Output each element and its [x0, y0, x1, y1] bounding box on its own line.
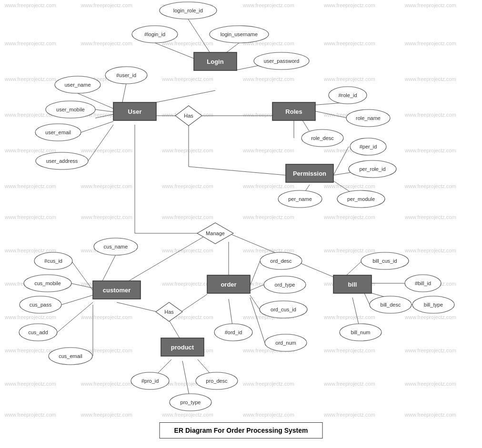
svg-text:bill_type: bill_type [424, 302, 443, 308]
svg-text:www.freeprojectz.com: www.freeprojectz.com [4, 214, 56, 220]
svg-text:www.freeprojectz.com: www.freeprojectz.com [404, 214, 456, 220]
svg-text:www.freeprojectz.com: www.freeprojectz.com [4, 183, 56, 189]
svg-text:per_role_id: per_role_id [359, 166, 385, 172]
svg-text:www.freeprojectz.com: www.freeprojectz.com [404, 76, 456, 82]
svg-text:www.freeprojectz.com: www.freeprojectz.com [161, 214, 213, 220]
diagram-title: ER Diagram For Order Processing System [160, 422, 323, 438]
svg-text:bill_cus_id: bill_cus_id [372, 258, 397, 264]
svg-text:www.freeprojectz.com: www.freeprojectz.com [404, 348, 456, 353]
svg-text:per_module: per_module [347, 196, 375, 202]
svg-text:#cus_id: #cus_id [44, 258, 62, 264]
svg-text:www.freeprojectz.com: www.freeprojectz.com [80, 214, 132, 220]
svg-text:Has: Has [164, 309, 174, 315]
svg-text:role_name: role_name [356, 115, 381, 121]
svg-text:#bill_id: #bill_id [415, 280, 431, 286]
svg-text:cus_mobile: cus_mobile [34, 280, 61, 286]
svg-text:ord_cus_id: ord_cus_id [271, 307, 296, 312]
svg-text:www.freeprojectz.com: www.freeprojectz.com [404, 314, 456, 320]
svg-text:www.freeprojectz.com: www.freeprojectz.com [323, 412, 375, 418]
svg-line-119 [117, 302, 157, 312]
svg-text:www.freeprojectz.com: www.freeprojectz.com [404, 381, 456, 387]
svg-text:#login_id: #login_id [144, 31, 165, 37]
svg-text:cus_pass: cus_pass [30, 302, 52, 308]
svg-text:cus_name: cus_name [104, 244, 128, 249]
title-text: ER Diagram For Order Processing System [174, 427, 308, 434]
svg-text:login_username: login_username [221, 31, 258, 37]
svg-text:www.freeprojectz.com: www.freeprojectz.com [404, 183, 456, 189]
svg-text:Roles: Roles [285, 108, 302, 115]
svg-line-112 [102, 255, 116, 281]
svg-text:www.freeprojectz.com: www.freeprojectz.com [4, 348, 56, 353]
svg-text:login_role_id: login_role_id [173, 8, 203, 13]
svg-text:order: order [221, 281, 236, 288]
svg-text:per_name: per_name [288, 196, 312, 202]
svg-text:Manage: Manage [206, 230, 225, 236]
svg-text:www.freeprojectz.com: www.freeprojectz.com [242, 183, 294, 189]
svg-text:www.freeprojectz.com: www.freeprojectz.com [80, 40, 132, 46]
svg-text:www.freeprojectz.com: www.freeprojectz.com [4, 76, 56, 82]
svg-text:cus_email: cus_email [59, 353, 82, 359]
svg-text:www.freeprojectz.com: www.freeprojectz.com [242, 2, 294, 8]
svg-text:www.freeprojectz.com: www.freeprojectz.com [404, 112, 456, 118]
svg-text:www.freeprojectz.com: www.freeprojectz.com [4, 412, 56, 418]
svg-text:www.freeprojectz.com: www.freeprojectz.com [242, 214, 294, 220]
svg-text:www.freeprojectz.com: www.freeprojectz.com [80, 412, 132, 418]
svg-text:customer: customer [103, 287, 131, 294]
svg-text:www.freeprojectz.com: www.freeprojectz.com [323, 2, 375, 8]
svg-text:#per_id: #per_id [360, 144, 377, 149]
svg-text:ord_desc: ord_desc [270, 258, 292, 264]
svg-text:www.freeprojectz.com: www.freeprojectz.com [404, 412, 456, 418]
svg-text:www.freeprojectz.com: www.freeprojectz.com [242, 381, 294, 387]
svg-text:www.freeprojectz.com: www.freeprojectz.com [323, 214, 375, 220]
svg-text:www.freeprojectz.com: www.freeprojectz.com [161, 148, 213, 153]
svg-text:www.freeprojectz.com: www.freeprojectz.com [4, 40, 56, 46]
svg-text:cus_add: cus_add [28, 329, 48, 335]
svg-text:#pro_id: #pro_id [141, 378, 159, 384]
svg-text:www.freeprojectz.com: www.freeprojectz.com [404, 40, 456, 46]
svg-text:www.freeprojectz.com: www.freeprojectz.com [404, 148, 456, 153]
svg-text:www.freeprojectz.com: www.freeprojectz.com [161, 281, 213, 287]
svg-text:www.freeprojectz.com: www.freeprojectz.com [161, 76, 213, 82]
svg-text:www.freeprojectz.com: www.freeprojectz.com [80, 148, 132, 153]
svg-text:www.freeprojectz.com: www.freeprojectz.com [80, 314, 132, 320]
svg-text:pro_type: pro_type [181, 399, 201, 405]
svg-line-109 [61, 295, 93, 305]
svg-text:user_mobile: user_mobile [56, 107, 85, 112]
svg-text:www.freeprojectz.com: www.freeprojectz.com [323, 314, 375, 320]
svg-text:Permission: Permission [293, 170, 326, 177]
svg-text:www.freeprojectz.com: www.freeprojectz.com [4, 314, 56, 320]
svg-text:ord_num: ord_num [275, 340, 296, 346]
svg-text:www.freeprojectz.com: www.freeprojectz.com [242, 76, 294, 82]
svg-text:user_password: user_password [264, 58, 300, 64]
svg-text:www.freeprojectz.com: www.freeprojectz.com [323, 183, 375, 189]
svg-text:#role_id: #role_id [338, 92, 357, 98]
svg-text:www.freeprojectz.com: www.freeprojectz.com [161, 412, 213, 418]
svg-text:www.freeprojectz.com: www.freeprojectz.com [242, 148, 294, 153]
svg-line-116 [250, 298, 265, 343]
svg-line-89 [81, 121, 113, 132]
svg-text:Has: Has [184, 113, 193, 119]
svg-line-97 [189, 167, 286, 175]
svg-text:www.freeprojectz.com: www.freeprojectz.com [80, 381, 132, 387]
svg-text:role_desc: role_desc [311, 135, 334, 141]
svg-text:bill_num: bill_num [351, 329, 371, 335]
svg-text:Login: Login [207, 58, 223, 65]
svg-text:user_name: user_name [64, 82, 90, 88]
svg-text:www.freeprojectz.com: www.freeprojectz.com [80, 2, 132, 8]
svg-text:#user_id: #user_id [116, 72, 136, 78]
svg-text:www.freeprojectz.com: www.freeprojectz.com [4, 148, 56, 153]
svg-text:www.freeprojectz.com: www.freeprojectz.com [161, 183, 213, 189]
svg-text:bill: bill [348, 281, 357, 288]
svg-text:ord_type: ord_type [275, 282, 295, 288]
svg-text:www.freeprojectz.com: www.freeprojectz.com [323, 348, 375, 353]
svg-line-90 [88, 125, 113, 161]
svg-text:www.freeprojectz.com: www.freeprojectz.com [4, 381, 56, 387]
svg-text:www.freeprojectz.com: www.freeprojectz.com [323, 76, 375, 82]
svg-text:www.freeprojectz.com: www.freeprojectz.com [80, 183, 132, 189]
svg-text:www.freeprojectz.com: www.freeprojectz.com [161, 248, 213, 253]
svg-text:www.freeprojectz.com: www.freeprojectz.com [4, 2, 56, 8]
svg-text:product: product [171, 344, 194, 351]
svg-line-118 [181, 294, 207, 312]
svg-text:www.freeprojectz.com: www.freeprojectz.com [242, 412, 294, 418]
svg-text:www.freeprojectz.com: www.freeprojectz.com [404, 2, 456, 8]
